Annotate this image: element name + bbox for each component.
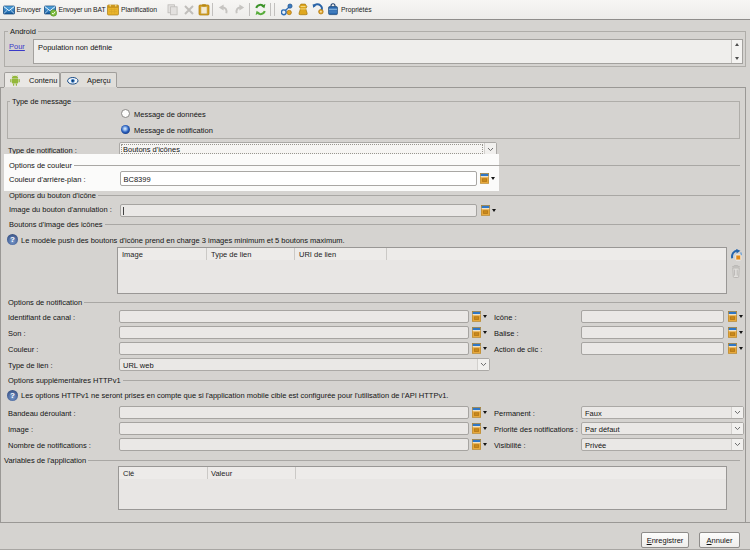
column-header-image[interactable]: Image: [122, 250, 143, 259]
personalization-menu-arrow[interactable]: [492, 209, 496, 212]
undo-button[interactable]: [217, 0, 230, 19]
toolbar: Envoyer Envoyer un BAT: [0, 0, 750, 20]
chevron-down-icon[interactable]: [731, 407, 743, 418]
radio-message-donnees[interactable]: [121, 109, 130, 118]
paste-button[interactable]: [198, 0, 210, 19]
personalization-field-icon[interactable]: [728, 327, 737, 338]
notification-options-section: Options de notification: [8, 298, 740, 306]
action-clic-input[interactable]: [581, 342, 724, 355]
personalization-field-icon[interactable]: [472, 407, 481, 418]
info-icon: ?: [7, 234, 18, 245]
add-detail-icon[interactable]: [731, 249, 742, 262]
personalization-field-icon[interactable]: [728, 311, 737, 322]
icon-images-table[interactable]: Image Type de lien URI de lien: [117, 247, 727, 294]
personalization-menu-arrow[interactable]: [739, 331, 743, 334]
personalization-field-icon[interactable]: [472, 327, 481, 338]
field-label: Identifiant de canal :: [8, 313, 75, 322]
offers-button[interactable]: [297, 0, 310, 19]
trash-icon[interactable]: [731, 265, 741, 278]
personalization-field-icon[interactable]: [480, 173, 489, 184]
personalization-field-icon[interactable]: [481, 205, 490, 216]
pour-link[interactable]: Pour: [9, 42, 25, 51]
visibilite-select[interactable]: Privée: [581, 438, 744, 451]
image-input[interactable]: [119, 422, 469, 435]
color-options-section-line: [74, 165, 740, 166]
target-links-button[interactable]: [281, 0, 294, 19]
field-label: Son :: [8, 329, 26, 338]
chevron-down-icon[interactable]: [477, 359, 489, 370]
column-header-uri-lien[interactable]: URI de lien: [299, 250, 336, 259]
android-legend: Android: [8, 27, 38, 36]
identifiant-canal-input[interactable]: [119, 310, 469, 323]
personalization-menu-arrow[interactable]: [483, 427, 487, 430]
tab-apercu[interactable]: Aperçu: [60, 72, 117, 87]
save-button[interactable]: Enregistrer: [641, 532, 689, 548]
app-variables-section: Variables de l'application: [4, 456, 740, 464]
radio-message-notification[interactable]: [121, 125, 130, 134]
refresh-icon: [254, 0, 268, 19]
schedule-button[interactable]: Planification: [107, 0, 157, 19]
personalization-menu-arrow[interactable]: [491, 177, 495, 180]
icon-images-info-text: Le modèle push des boutons d'icône prend…: [21, 236, 345, 245]
toolbar-separator: [249, 3, 250, 16]
panel-border-left: [0, 87, 1, 523]
column-divider: [207, 467, 208, 479]
personalization-menu-arrow[interactable]: [739, 315, 743, 318]
column-header-type-lien[interactable]: Type de lien: [211, 250, 251, 259]
background-color-value: BC8399: [124, 174, 151, 183]
permanent-select[interactable]: Faux: [581, 406, 744, 419]
icone-input[interactable]: [581, 310, 724, 323]
httpv1-section: Options supplémentaires HTTPv1: [8, 376, 740, 384]
column-header-valeur[interactable]: Valeur: [211, 469, 232, 478]
personalization-field-icon[interactable]: [472, 311, 481, 322]
personalization-field-icon[interactable]: [472, 439, 481, 450]
chevron-down-icon[interactable]: [731, 439, 743, 450]
personalization-menu-arrow[interactable]: [483, 443, 487, 446]
priorite-select[interactable]: Par défaut: [581, 422, 744, 435]
son-input[interactable]: [119, 326, 469, 339]
bandeau-deroulant-input[interactable]: [119, 406, 469, 419]
column-header-cle[interactable]: Clé: [123, 469, 134, 478]
send-proof-button[interactable]: Envoyer un BAT: [44, 0, 105, 19]
send-button[interactable]: Envoyer: [3, 0, 41, 19]
redo-button[interactable]: [233, 0, 246, 19]
personalization-field-icon[interactable]: [728, 343, 737, 354]
target-population-box[interactable]: Population non définie: [33, 39, 743, 64]
tab-contenu[interactable]: Contenu: [4, 72, 60, 87]
type-lien-select[interactable]: URL web: [119, 358, 490, 371]
couleur-input[interactable]: [119, 342, 469, 355]
delete-button[interactable]: [183, 0, 195, 19]
message-type-groupbox: [7, 101, 740, 139]
copy-button[interactable]: [167, 0, 179, 19]
copy-icon: [167, 0, 179, 19]
app-variables-section-line: [88, 460, 740, 461]
personalization-menu-arrow[interactable]: [483, 411, 487, 414]
personalization-menu-arrow[interactable]: [739, 347, 743, 350]
population-scrollbar[interactable]: [731, 40, 742, 63]
cancel-button[interactable]: Annuler: [699, 532, 740, 548]
personalization-menu-arrow[interactable]: [483, 331, 487, 334]
background-color-input[interactable]: BC8399: [120, 171, 477, 186]
notification-options-section-line: [84, 302, 740, 303]
personalization-menu-arrow[interactable]: [483, 347, 487, 350]
personalization-field-icon[interactable]: [472, 423, 481, 434]
briefcase-icon: [327, 0, 339, 19]
personalization-menu-arrow[interactable]: [483, 315, 487, 318]
refresh-button[interactable]: [254, 0, 268, 19]
personalization-field-icon[interactable]: [472, 343, 481, 354]
color-options-section: Options de couleur: [9, 161, 740, 169]
scroll-up-icon[interactable]: [735, 43, 739, 46]
sync-button[interactable]: [312, 0, 326, 19]
paste-icon: [198, 0, 210, 19]
balise-input[interactable]: [581, 326, 724, 339]
color-options-section-label: Options de couleur: [9, 161, 72, 170]
chevron-down-icon[interactable]: [731, 423, 743, 434]
notification-options-section-label: Options de notification: [8, 298, 82, 307]
properties-button[interactable]: Propriétés: [327, 0, 371, 19]
field-label: Balise :: [494, 329, 519, 338]
nombre-notifications-input[interactable]: [119, 438, 469, 451]
app-variables-table[interactable]: Clé Valeur: [118, 466, 727, 510]
eye-icon: [67, 77, 79, 85]
scroll-down-icon[interactable]: [735, 57, 739, 60]
cancel-image-input[interactable]: [120, 204, 477, 217]
